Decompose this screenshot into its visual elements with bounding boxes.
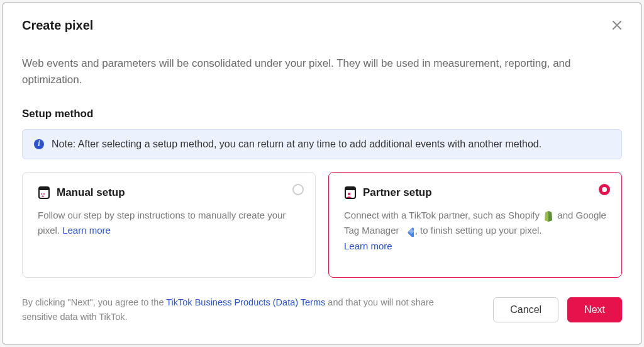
svg-rect-1 (39, 187, 49, 190)
radio-unselected-icon[interactable] (292, 184, 304, 195)
footer-text-pre: By clicking "Next", you agree to the (22, 297, 166, 307)
cancel-button[interactable]: Cancel (493, 297, 558, 322)
manual-learn-more-link[interactable]: Learn more (62, 225, 111, 236)
info-icon: i (34, 139, 44, 149)
terms-link[interactable]: TikTok Business Products (Data) Terms (166, 297, 325, 307)
partner-card-desc: Connect with a TikTok partner, such as S… (344, 208, 606, 254)
partner-desc-post: , to finish setting up your pixel. (415, 225, 542, 236)
footer-buttons: Cancel Next (493, 297, 622, 322)
modal-header: Create pixel (22, 18, 622, 33)
next-button[interactable]: Next (567, 297, 622, 322)
partner-desc-pre: Connect with a TikTok partner, such as S… (344, 210, 542, 220)
card-header: Manual setup (38, 186, 300, 199)
modal-description: Web events and parameters will be consol… (22, 55, 622, 89)
info-banner: i Note: After selecting a setup method, … (22, 129, 622, 159)
modal-title: Create pixel (22, 18, 93, 33)
modal-footer: By clicking "Next", you agree to the Tik… (22, 295, 622, 324)
footer-terms-text: By clicking "Next", you agree to the Tik… (22, 295, 450, 324)
svg-point-3 (43, 193, 45, 195)
svg-rect-5 (345, 187, 355, 190)
partner-setup-card[interactable]: Partner setup Connect with a TikTok part… (328, 172, 622, 278)
shopify-icon (543, 210, 553, 222)
manual-setup-card[interactable]: Manual setup Follow our step by step ins… (22, 172, 316, 278)
card-header: Partner setup (344, 186, 606, 199)
create-pixel-modal: Create pixel Web events and parameters w… (3, 3, 641, 344)
manual-card-desc: Follow our step by step instructions to … (38, 208, 300, 239)
info-text: Note: After selecting a setup method, yo… (52, 139, 541, 150)
radio-selected-icon[interactable] (599, 184, 610, 195)
partner-card-title: Partner setup (363, 186, 432, 199)
google-tag-manager-icon (403, 226, 414, 237)
svg-point-2 (41, 193, 42, 195)
pixel-manual-icon (38, 186, 50, 199)
partner-learn-more-link[interactable]: Learn more (344, 241, 392, 251)
section-label: Setup method (22, 108, 622, 120)
setup-method-cards: Manual setup Follow our step by step ins… (22, 172, 622, 278)
manual-card-title: Manual setup (57, 186, 125, 199)
pixel-partner-icon (344, 186, 357, 199)
close-icon[interactable] (612, 20, 622, 32)
svg-point-6 (348, 193, 350, 195)
